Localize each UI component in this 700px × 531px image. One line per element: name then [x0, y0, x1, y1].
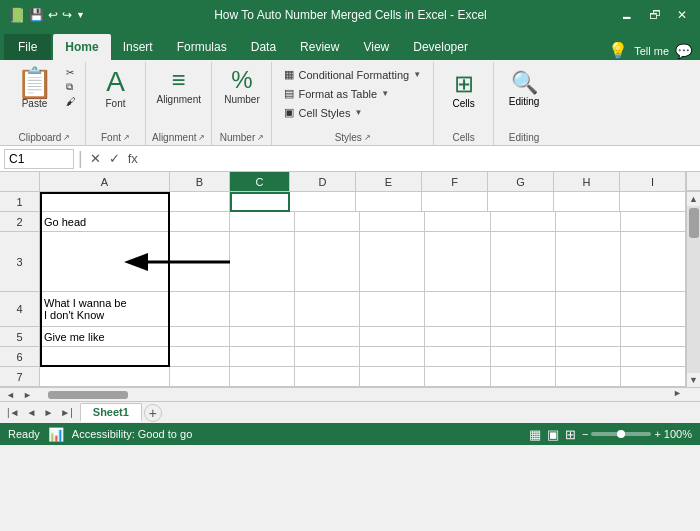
cell-e7[interactable]: [360, 367, 425, 387]
col-header-f[interactable]: F: [422, 172, 488, 191]
cell-h4[interactable]: [556, 292, 621, 327]
font-expand-icon[interactable]: ↗: [123, 133, 130, 142]
tab-insert[interactable]: Insert: [111, 34, 165, 60]
cancel-formula-icon[interactable]: ✕: [87, 151, 104, 166]
tab-data[interactable]: Data: [239, 34, 288, 60]
col-header-g[interactable]: G: [488, 172, 554, 191]
row-num-2[interactable]: 2: [0, 212, 40, 232]
quick-access-redo[interactable]: ↪: [62, 8, 72, 22]
paste-button[interactable]: 📋 Paste: [10, 66, 59, 111]
close-button[interactable]: ✕: [672, 6, 692, 24]
cell-h6[interactable]: [556, 347, 621, 367]
col-header-i[interactable]: I: [620, 172, 686, 191]
cell-i5[interactable]: [621, 327, 686, 347]
quick-access-dropdown[interactable]: ▼: [76, 10, 85, 20]
cell-e4[interactable]: [360, 292, 425, 327]
formula-input[interactable]: [145, 152, 696, 166]
cell-g7[interactable]: [491, 367, 556, 387]
number-expand-icon[interactable]: ↗: [257, 133, 264, 142]
share-icon[interactable]: 💬: [675, 43, 692, 59]
tab-review[interactable]: Review: [288, 34, 351, 60]
cell-b6[interactable]: [170, 347, 230, 367]
cell-b1[interactable]: [170, 192, 230, 212]
cell-a4[interactable]: What I wanna be I don't Know: [40, 292, 170, 327]
cell-i3[interactable]: [621, 232, 686, 292]
clipboard-expand-icon[interactable]: ↗: [63, 133, 70, 142]
cell-b3[interactable]: [170, 232, 230, 292]
h-scroll-thumb[interactable]: [48, 391, 128, 399]
zoom-in-icon[interactable]: +: [654, 428, 660, 440]
quick-access-save[interactable]: 💾: [29, 8, 44, 22]
cell-a7[interactable]: [40, 367, 170, 387]
cell-g3[interactable]: [491, 232, 556, 292]
h-scroll-left[interactable]: ◄: [2, 390, 19, 400]
row-num-4[interactable]: 4: [0, 292, 40, 327]
cell-f4[interactable]: [425, 292, 490, 327]
sheet-nav-prev[interactable]: ◄: [24, 406, 40, 419]
cell-a3[interactable]: [40, 232, 170, 292]
maximize-button[interactable]: 🗗: [644, 6, 666, 24]
cells-button[interactable]: ⊞ Cells: [444, 66, 482, 113]
col-header-h[interactable]: H: [554, 172, 620, 191]
cell-a2[interactable]: Go head: [40, 212, 170, 232]
cell-f7[interactable]: [425, 367, 490, 387]
cell-h2[interactable]: [556, 212, 621, 232]
cell-e2[interactable]: [360, 212, 425, 232]
cell-styles-dropdown[interactable]: ▼: [354, 108, 362, 117]
row-num-7[interactable]: 7: [0, 367, 40, 387]
scroll-down-arrow[interactable]: ▼: [687, 373, 700, 387]
number-button[interactable]: % Number: [220, 66, 264, 107]
cell-g2[interactable]: [491, 212, 556, 232]
styles-expand-icon[interactable]: ↗: [364, 133, 371, 142]
cell-b2[interactable]: [170, 212, 230, 232]
tab-developer[interactable]: Developer: [401, 34, 480, 60]
scroll-thumb[interactable]: [689, 208, 699, 238]
cell-c6[interactable]: [230, 347, 295, 367]
cell-i1[interactable]: [620, 192, 686, 212]
sheet-nav-next[interactable]: ►: [40, 406, 56, 419]
tab-file[interactable]: File: [4, 34, 51, 60]
tab-view[interactable]: View: [351, 34, 401, 60]
cell-d1[interactable]: [290, 192, 356, 212]
tell-me-input[interactable]: Tell me: [628, 45, 675, 57]
cell-d2[interactable]: [295, 212, 360, 232]
row-num-5[interactable]: 5: [0, 327, 40, 347]
alignment-button[interactable]: ≡ Alignment: [153, 66, 205, 107]
h-scroll-track[interactable]: [38, 388, 669, 401]
vertical-scrollbar[interactable]: ▲ ▼: [686, 192, 700, 387]
cell-c3[interactable]: [230, 232, 295, 292]
cell-f2[interactable]: [425, 212, 490, 232]
cell-b5[interactable]: [170, 327, 230, 347]
cell-i2[interactable]: [621, 212, 686, 232]
cell-f1[interactable]: [422, 192, 488, 212]
row-num-1[interactable]: 1: [0, 192, 40, 212]
alignment-expand-icon[interactable]: ↗: [198, 133, 205, 142]
cell-i4[interactable]: [621, 292, 686, 327]
cell-e5[interactable]: [360, 327, 425, 347]
quick-access-undo[interactable]: ↩: [48, 8, 58, 22]
col-header-c[interactable]: C: [230, 172, 290, 191]
cell-i6[interactable]: [621, 347, 686, 367]
scroll-up-arrow[interactable]: ▲: [687, 192, 700, 206]
sheet-nav-first[interactable]: |◄: [4, 406, 23, 419]
row-num-3[interactable]: 3: [0, 232, 40, 292]
cell-f3[interactable]: [425, 232, 490, 292]
cell-a5[interactable]: Give me like: [40, 327, 170, 347]
tab-home[interactable]: Home: [53, 34, 110, 60]
cell-c7[interactable]: [230, 367, 295, 387]
cell-h1[interactable]: [554, 192, 620, 212]
row-num-6[interactable]: 6: [0, 347, 40, 367]
cell-d5[interactable]: [295, 327, 360, 347]
name-box[interactable]: C1: [4, 149, 74, 169]
cell-d6[interactable]: [295, 347, 360, 367]
cell-g6[interactable]: [491, 347, 556, 367]
font-button[interactable]: A Font: [96, 66, 136, 111]
format-painter-button[interactable]: 🖌: [63, 95, 79, 108]
cell-g1[interactable]: [488, 192, 554, 212]
col-header-e[interactable]: E: [356, 172, 422, 191]
cell-e3[interactable]: [360, 232, 425, 292]
copy-button[interactable]: ⧉: [63, 80, 79, 94]
sheet-nav-last[interactable]: ►|: [57, 406, 76, 419]
h-scroll-end[interactable]: ►: [669, 388, 686, 401]
cell-g4[interactable]: [491, 292, 556, 327]
